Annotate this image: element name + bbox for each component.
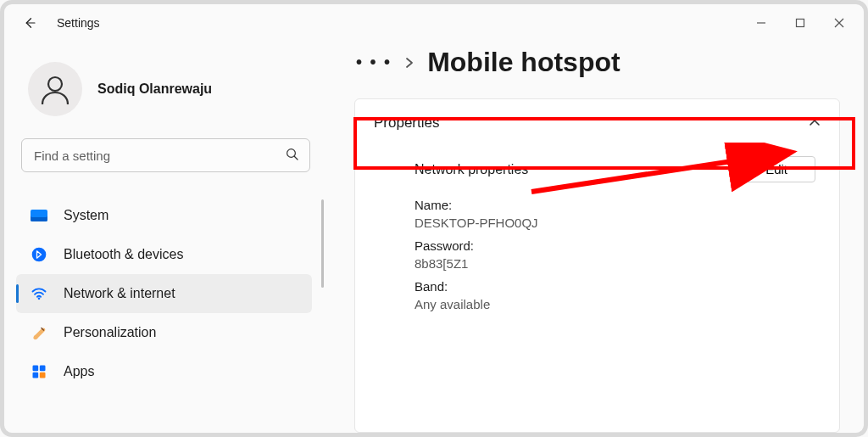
name-value: DESKTOP-PFHO0QJ [415, 216, 815, 230]
edit-button[interactable]: Edit [737, 156, 815, 182]
arrow-left-icon [22, 15, 37, 31]
properties-body: Network properties Edit Name: DESKTOP-PF… [355, 148, 839, 337]
chevron-up-icon [809, 117, 821, 129]
password-value: 8b83[5Z1 [415, 256, 815, 271]
card-header-label: Properties [374, 115, 439, 132]
properties-card: Properties Network properties Edit Name:… [354, 98, 840, 433]
svg-rect-10 [40, 366, 46, 372]
titlebar: Settings [4, 4, 864, 42]
svg-point-8 [38, 298, 41, 300]
apps-icon [30, 362, 48, 381]
sidebar-item-label: Personalization [64, 325, 156, 340]
search-input[interactable] [21, 138, 310, 172]
svg-rect-1 [797, 20, 804, 27]
sidebar-item-system[interactable]: System [16, 196, 312, 235]
svg-point-7 [32, 248, 47, 262]
chevron-right-icon [405, 57, 414, 69]
band-value: Any available [415, 297, 815, 311]
svg-point-4 [48, 77, 62, 91]
page-title: Mobile hotspot [427, 47, 620, 78]
minimize-icon [756, 18, 766, 28]
sidebar-item-label: Apps [64, 364, 94, 379]
sidebar: Sodiq Olanrewaju System [4, 42, 331, 433]
sidebar-item-network[interactable]: Network & internet [16, 274, 312, 313]
password-label: Password: [415, 238, 815, 253]
main-content: • • • Mobile hotspot Properties Network … [331, 42, 864, 433]
sidebar-item-bluetooth[interactable]: Bluetooth & devices [16, 235, 312, 274]
breadcrumb-ellipsis[interactable]: • • • [356, 53, 392, 72]
maximize-icon [795, 18, 805, 28]
search-icon [285, 147, 300, 162]
window-title: Settings [57, 16, 100, 30]
name-label: Name: [415, 198, 815, 212]
band-label: Band: [415, 279, 815, 294]
svg-rect-12 [40, 373, 46, 378]
scrollbar[interactable] [321, 199, 324, 288]
section-title: Network properties [415, 162, 528, 177]
close-icon [834, 18, 844, 28]
close-button[interactable] [820, 9, 859, 36]
sidebar-item-apps[interactable]: Apps [16, 352, 312, 391]
account-name: Sodiq Olanrewaju [97, 81, 212, 97]
maximize-button[interactable] [781, 9, 820, 36]
sidebar-item-label: Network & internet [64, 286, 175, 301]
svg-rect-11 [33, 373, 39, 378]
back-button[interactable] [19, 13, 40, 33]
paintbrush-icon [30, 323, 48, 342]
bluetooth-icon [30, 245, 48, 264]
sidebar-item-label: System [64, 208, 108, 223]
breadcrumb: • • • Mobile hotspot [354, 47, 840, 78]
sidebar-item-personalization[interactable]: Personalization [16, 313, 312, 352]
nav-list: System Bluetooth & devices Network & int… [16, 196, 315, 391]
sidebar-item-label: Bluetooth & devices [64, 247, 183, 262]
svg-rect-9 [33, 366, 39, 372]
person-icon [38, 72, 72, 106]
minimize-button[interactable] [742, 9, 781, 36]
account-block[interactable]: Sodiq Olanrewaju [16, 57, 315, 138]
wifi-icon [30, 284, 48, 303]
system-icon [30, 206, 48, 225]
svg-line-6 [294, 156, 298, 160]
properties-expander[interactable]: Properties [355, 99, 839, 148]
avatar [28, 62, 82, 116]
